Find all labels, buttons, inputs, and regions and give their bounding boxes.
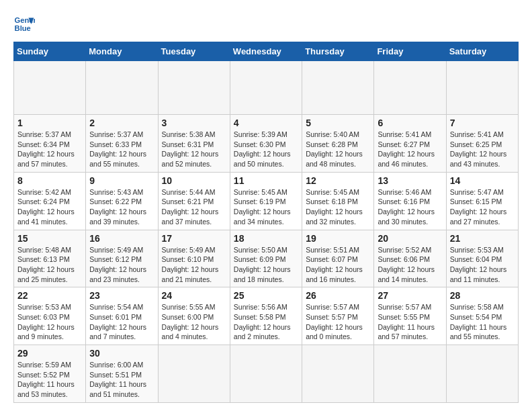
day-info: Sunrise: 6:00 AMSunset: 5:51 PMDaylight:…: [89, 360, 154, 400]
day-info: Sunrise: 5:45 AMSunset: 6:19 PMDaylight:…: [234, 187, 298, 227]
day-cell: 21Sunrise: 5:53 AMSunset: 6:04 PMDayligh…: [446, 230, 518, 287]
day-cell: [230, 345, 302, 403]
week-row-0: [14, 61, 519, 115]
day-cell: 3Sunrise: 5:38 AMSunset: 6:31 PMDaylight…: [158, 115, 230, 173]
day-number: 30: [89, 348, 154, 359]
day-info: Sunrise: 5:37 AMSunset: 6:34 PMDaylight:…: [17, 130, 82, 169]
day-cell: 19Sunrise: 5:51 AMSunset: 6:07 PMDayligh…: [302, 230, 374, 287]
day-info: Sunrise: 5:37 AMSunset: 6:33 PMDaylight:…: [89, 130, 154, 169]
day-number: 24: [162, 290, 226, 301]
day-info: Sunrise: 5:57 AMSunset: 5:55 PMDaylight:…: [378, 302, 442, 342]
day-number: 13: [378, 175, 442, 186]
day-number: 4: [234, 118, 298, 128]
day-cell: [86, 61, 158, 115]
day-cell: [446, 61, 518, 115]
day-info: Sunrise: 5:38 AMSunset: 6:31 PMDaylight:…: [162, 130, 226, 169]
day-info: Sunrise: 5:44 AMSunset: 6:21 PMDaylight:…: [162, 187, 226, 227]
day-cell: [374, 345, 446, 403]
day-cell: 28Sunrise: 5:58 AMSunset: 5:54 PMDayligh…: [446, 287, 518, 345]
day-info: Sunrise: 5:41 AMSunset: 6:27 PMDaylight:…: [378, 130, 442, 169]
day-cell: [374, 61, 446, 115]
day-cell: [158, 61, 230, 115]
day-info: Sunrise: 5:55 AMSunset: 6:00 PMDaylight:…: [162, 302, 226, 342]
day-cell: 9Sunrise: 5:43 AMSunset: 6:22 PMDaylight…: [86, 172, 158, 230]
day-info: Sunrise: 5:46 AMSunset: 6:16 PMDaylight:…: [378, 187, 442, 227]
day-info: Sunrise: 5:54 AMSunset: 6:01 PMDaylight:…: [89, 302, 154, 342]
day-number: 6: [378, 118, 442, 128]
day-cell: 16Sunrise: 5:49 AMSunset: 6:12 PMDayligh…: [86, 230, 158, 287]
day-info: Sunrise: 5:45 AMSunset: 6:18 PMDaylight:…: [306, 187, 370, 227]
day-info: Sunrise: 5:56 AMSunset: 5:58 PMDaylight:…: [234, 302, 298, 342]
col-header-friday: Friday: [374, 42, 446, 61]
calendar-table: SundayMondayTuesdayWednesdayThursdayFrid…: [13, 42, 519, 403]
day-number: 18: [234, 233, 298, 244]
day-cell: [302, 61, 374, 115]
day-cell: 30Sunrise: 6:00 AMSunset: 5:51 PMDayligh…: [86, 345, 158, 403]
day-number: 16: [89, 233, 154, 244]
day-number: 8: [17, 175, 82, 186]
day-cell: [14, 61, 86, 115]
week-row-3: 15Sunrise: 5:48 AMSunset: 6:13 PMDayligh…: [14, 230, 519, 287]
day-info: Sunrise: 5:39 AMSunset: 6:30 PMDaylight:…: [234, 130, 298, 169]
logo: General Blue: [13, 13, 38, 35]
day-number: 3: [162, 118, 226, 128]
day-cell: [230, 61, 302, 115]
day-number: 2: [89, 118, 154, 128]
col-header-tuesday: Tuesday: [158, 42, 230, 61]
day-cell: [302, 345, 374, 403]
week-row-1: 1Sunrise: 5:37 AMSunset: 6:34 PMDaylight…: [14, 115, 519, 173]
day-cell: 14Sunrise: 5:47 AMSunset: 6:15 PMDayligh…: [446, 172, 518, 230]
day-number: 21: [450, 233, 515, 244]
day-cell: 27Sunrise: 5:57 AMSunset: 5:55 PMDayligh…: [374, 287, 446, 345]
col-header-thursday: Thursday: [302, 42, 374, 61]
day-cell: 15Sunrise: 5:48 AMSunset: 6:13 PMDayligh…: [14, 230, 86, 287]
day-cell: 11Sunrise: 5:45 AMSunset: 6:19 PMDayligh…: [230, 172, 302, 230]
day-info: Sunrise: 5:48 AMSunset: 6:13 PMDaylight:…: [17, 245, 82, 285]
day-number: 19: [306, 233, 370, 244]
day-info: Sunrise: 5:53 AMSunset: 6:04 PMDaylight:…: [450, 245, 515, 285]
day-number: 11: [234, 175, 298, 186]
day-info: Sunrise: 5:59 AMSunset: 5:52 PMDaylight:…: [17, 360, 82, 400]
day-cell: 17Sunrise: 5:49 AMSunset: 6:10 PMDayligh…: [158, 230, 230, 287]
col-header-sunday: Sunday: [14, 42, 86, 61]
day-info: Sunrise: 5:52 AMSunset: 6:06 PMDaylight:…: [378, 245, 442, 285]
day-number: 17: [162, 233, 226, 244]
col-header-wednesday: Wednesday: [230, 42, 302, 61]
day-info: Sunrise: 5:43 AMSunset: 6:22 PMDaylight:…: [89, 187, 154, 227]
svg-text:Blue: Blue: [15, 24, 31, 32]
day-info: Sunrise: 5:47 AMSunset: 6:15 PMDaylight:…: [450, 187, 515, 227]
header-row: SundayMondayTuesdayWednesdayThursdayFrid…: [14, 42, 519, 61]
day-info: Sunrise: 5:50 AMSunset: 6:09 PMDaylight:…: [234, 245, 298, 285]
day-info: Sunrise: 5:58 AMSunset: 5:54 PMDaylight:…: [450, 302, 515, 342]
day-number: 12: [306, 175, 370, 186]
day-number: 1: [17, 118, 82, 128]
week-row-4: 22Sunrise: 5:53 AMSunset: 6:03 PMDayligh…: [14, 287, 519, 345]
day-number: 22: [17, 290, 82, 301]
day-number: 29: [17, 348, 82, 359]
col-header-saturday: Saturday: [446, 42, 518, 61]
day-number: 5: [306, 118, 370, 128]
day-number: 28: [450, 290, 515, 301]
day-cell: 4Sunrise: 5:39 AMSunset: 6:30 PMDaylight…: [230, 115, 302, 173]
day-cell: 23Sunrise: 5:54 AMSunset: 6:01 PMDayligh…: [86, 287, 158, 345]
logo-icon: General Blue: [13, 13, 35, 35]
day-cell: 8Sunrise: 5:42 AMSunset: 6:24 PMDaylight…: [14, 172, 86, 230]
day-info: Sunrise: 5:51 AMSunset: 6:07 PMDaylight:…: [306, 245, 370, 285]
day-cell: 18Sunrise: 5:50 AMSunset: 6:09 PMDayligh…: [230, 230, 302, 287]
day-info: Sunrise: 5:41 AMSunset: 6:25 PMDaylight:…: [450, 130, 515, 169]
day-cell: 2Sunrise: 5:37 AMSunset: 6:33 PMDaylight…: [86, 115, 158, 173]
page-header: General Blue: [13, 13, 519, 35]
day-info: Sunrise: 5:49 AMSunset: 6:12 PMDaylight:…: [89, 245, 154, 285]
day-cell: 6Sunrise: 5:41 AMSunset: 6:27 PMDaylight…: [374, 115, 446, 173]
week-row-5: 29Sunrise: 5:59 AMSunset: 5:52 PMDayligh…: [14, 345, 519, 403]
day-cell: 25Sunrise: 5:56 AMSunset: 5:58 PMDayligh…: [230, 287, 302, 345]
day-number: 26: [306, 290, 370, 301]
day-number: 10: [162, 175, 226, 186]
day-cell: 24Sunrise: 5:55 AMSunset: 6:00 PMDayligh…: [158, 287, 230, 345]
day-info: Sunrise: 5:49 AMSunset: 6:10 PMDaylight:…: [162, 245, 226, 285]
day-number: 25: [234, 290, 298, 301]
day-cell: 29Sunrise: 5:59 AMSunset: 5:52 PMDayligh…: [14, 345, 86, 403]
day-number: 14: [450, 175, 515, 186]
day-cell: 12Sunrise: 5:45 AMSunset: 6:18 PMDayligh…: [302, 172, 374, 230]
day-cell: 5Sunrise: 5:40 AMSunset: 6:28 PMDaylight…: [302, 115, 374, 173]
